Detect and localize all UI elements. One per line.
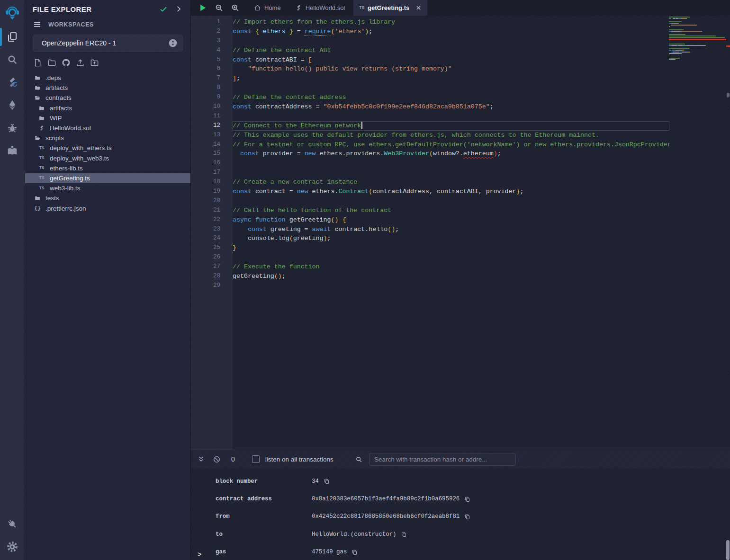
- line-number: 24: [191, 234, 233, 243]
- line-number: 3: [191, 36, 233, 46]
- code-content[interactable]: // Import ethers from the ethers.js libr…: [233, 16, 669, 450]
- tree-item-contracts[interactable]: contracts: [25, 93, 190, 103]
- terminal-expand-icon[interactable]: [197, 455, 205, 463]
- activity-solidity-compiler-icon[interactable]: [0, 71, 25, 94]
- new-folder-icon[interactable]: [47, 58, 56, 67]
- tree-item-web3-lib-ts[interactable]: TSweb3-lib.ts: [25, 183, 190, 193]
- hamburger-menu-icon[interactable]: [33, 20, 42, 29]
- minimap-line: [669, 56, 726, 57]
- tree-item-label: ethers-lib.ts: [50, 165, 83, 172]
- folder-icon: [34, 84, 41, 91]
- run-script-button[interactable]: [198, 3, 207, 13]
- activity-plugin-manager-icon[interactable]: [0, 513, 25, 535]
- code-line-22: async function getGreeting() {: [233, 215, 669, 225]
- tree-item-scripts[interactable]: scripts: [25, 133, 190, 143]
- tab-getgreeting-ts[interactable]: TSgetGreeting.ts: [353, 0, 427, 16]
- activity-file-explorer-icon[interactable]: [0, 26, 25, 48]
- line-number: 18: [191, 178, 233, 187]
- minimap-line: [669, 23, 726, 24]
- editor-scrollbar-thumb[interactable]: [727, 93, 730, 98]
- clone-github-icon[interactable]: [62, 58, 71, 67]
- tree-item--prettierrc-json[interactable]: {}.prettierrc.json: [25, 203, 190, 213]
- activity-learneth-icon[interactable]: [0, 139, 25, 162]
- minimap-line: [669, 17, 726, 18]
- line-number: 12: [191, 121, 233, 131]
- minimap[interactable]: [669, 17, 726, 62]
- zoom-out-button[interactable]: [215, 3, 224, 12]
- activity-settings-icon[interactable]: [0, 535, 25, 558]
- copy-icon[interactable]: [351, 549, 358, 555]
- terminal-row-value: 0x42452c22c88178685850e68beb6cf0f2aeab8f…: [312, 513, 460, 520]
- tree-item-label: tests: [45, 195, 59, 202]
- tree-item-artifacts[interactable]: artifacts: [25, 83, 190, 93]
- home-icon: [254, 4, 261, 11]
- editor-scrollbar: [726, 16, 730, 450]
- copy-icon[interactable]: [464, 514, 470, 520]
- activity-deploy-run-icon[interactable]: [0, 94, 25, 116]
- new-file-icon[interactable]: [33, 58, 42, 67]
- tree-item-label: artifacts: [50, 105, 72, 112]
- file-tree: .depsartifactscontractsartifactsWIPHello…: [25, 73, 190, 213]
- code-line-20: [233, 196, 669, 206]
- copy-icon[interactable]: [464, 496, 470, 502]
- activity-remix-logo-icon[interactable]: [0, 0, 25, 26]
- upload-file-icon[interactable]: [76, 58, 85, 67]
- code-line-19: const contract = new ethers.Contract(con…: [233, 187, 669, 196]
- panel-title: FILE EXPLORER: [33, 5, 153, 13]
- terminal-row-value: 475149 gas: [312, 549, 347, 555]
- tree-item-ethers-lib-ts[interactable]: TSethers-lib.ts: [25, 163, 190, 173]
- activity-search-icon[interactable]: [0, 48, 25, 71]
- code-line-13: // This example uses the default provide…: [233, 131, 669, 140]
- workspace-select[interactable]: OpenZeppelin ERC20 - 1: [33, 35, 183, 52]
- line-number: 5: [191, 55, 233, 65]
- tab-helloworld-sol[interactable]: HelloWorld.sol: [289, 0, 351, 16]
- terminal-scrollbar-thumb[interactable]: [726, 540, 730, 560]
- code-line-24: console.log(greeting);: [233, 234, 669, 243]
- remix-ide-window: FILE EXPLORER WORKSPACES OpenZeppelin ER…: [0, 0, 730, 560]
- copy-icon[interactable]: [324, 478, 330, 484]
- terminal-row-label: from: [216, 513, 312, 520]
- tree-item-tests[interactable]: tests: [25, 193, 190, 203]
- tree-item-label: scripts: [45, 134, 64, 142]
- code-line-12: // Connect to the Ethereum network: [233, 121, 669, 131]
- line-number: 26: [191, 253, 233, 262]
- tree-item-deploy-with-ethers-ts[interactable]: TSdeploy_with_ethers.ts: [25, 143, 190, 153]
- transaction-search-input[interactable]: [369, 453, 516, 466]
- tab-home[interactable]: Home: [248, 0, 287, 16]
- code-line-14: // For a testnet or custom RPC, use ethe…: [233, 140, 669, 150]
- line-number: 17: [191, 168, 233, 178]
- minimap-line: [669, 32, 726, 33]
- tree-item--deps[interactable]: .deps: [25, 73, 190, 83]
- activity-bar-bottom: [0, 513, 25, 560]
- terminal-prompt[interactable]: >: [198, 551, 201, 559]
- terminal-row-block-number: block number34: [191, 472, 730, 490]
- minimap-line: [669, 50, 726, 51]
- code-line-6: "function hello() public view returns (s…: [233, 64, 669, 74]
- chevron-right-icon[interactable]: [174, 5, 183, 13]
- activity-debugger-icon[interactable]: [0, 116, 25, 139]
- tree-item-getgreeting-ts[interactable]: TSgetGreeting.ts: [25, 173, 190, 183]
- editor-area: HomeHelloWorld.solTSgetGreeting.ts 12345…: [191, 0, 730, 560]
- line-number: 1: [191, 18, 233, 27]
- terminal-row-label: gas: [216, 549, 312, 555]
- listen-all-transactions-checkbox[interactable]: [252, 455, 260, 463]
- minimap-line: [669, 59, 726, 60]
- tree-item-helloworld-sol[interactable]: HelloWorld.sol: [25, 123, 190, 133]
- tree-item-wip[interactable]: WIP: [25, 113, 190, 123]
- file-explorer-header: FILE EXPLORER: [25, 0, 190, 14]
- clear-console-icon[interactable]: [213, 455, 221, 463]
- line-number: 25: [191, 243, 233, 253]
- minimap-line: [669, 47, 726, 48]
- zoom-in-button[interactable]: [231, 3, 240, 12]
- check-icon[interactable]: [159, 5, 168, 13]
- tree-item-deploy-with-web3-ts[interactable]: TSdeploy_with_web3.ts: [25, 153, 190, 163]
- terminal-row-label: block number: [216, 478, 312, 485]
- code-line-26: [233, 253, 669, 262]
- tree-item-artifacts[interactable]: artifacts: [25, 103, 190, 113]
- tree-item-label: deploy_with_web3.ts: [50, 155, 109, 162]
- copy-icon[interactable]: [401, 531, 407, 537]
- minimap-line: [669, 36, 726, 36]
- terminal-toolbar: 0 listen on all transactions: [191, 450, 730, 468]
- upload-folder-icon[interactable]: [90, 58, 99, 67]
- close-tab-icon[interactable]: [415, 5, 422, 11]
